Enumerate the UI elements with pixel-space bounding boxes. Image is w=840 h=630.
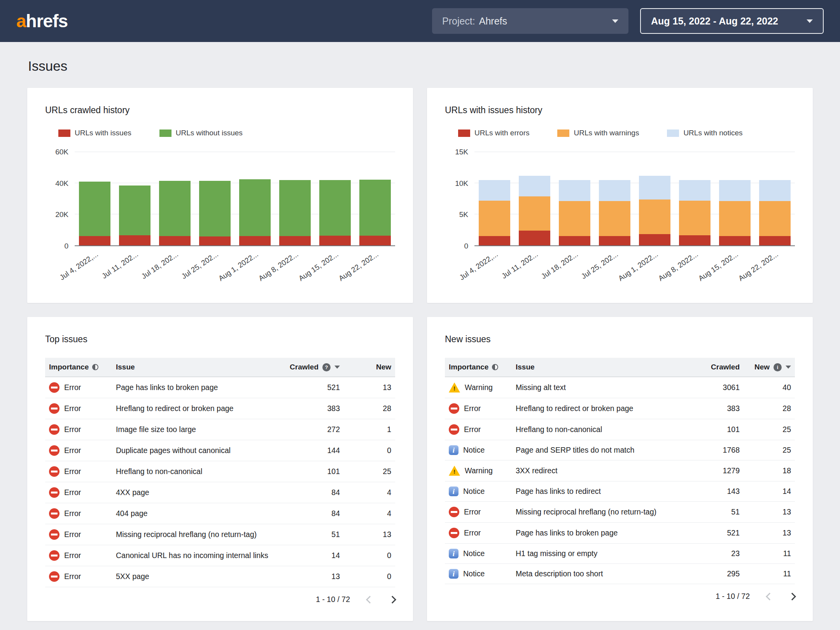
previous-page-icon[interactable]	[366, 596, 374, 604]
new-cell: 25	[344, 461, 395, 482]
importance-wrap: Error	[49, 550, 108, 561]
urls-with-issues-segment	[159, 236, 190, 245]
table-row: ErrorPage has links to broken page52113	[45, 377, 395, 398]
y-axis-tick-label: 0	[464, 242, 468, 250]
column-header-label: Importance	[449, 363, 488, 371]
column-header-new[interactable]: Newi	[744, 358, 795, 377]
importance-label: Error	[464, 528, 481, 537]
issue-cell: Duplicate pages without canonical	[112, 440, 280, 461]
sort-caret-icon[interactable]	[786, 366, 791, 369]
table-header-row: ImportanceIssueCrawledNewi	[445, 358, 795, 377]
x-axis-labels: Jul 4, 2022,...Jul 11, 202...Jul 18, 202…	[75, 246, 395, 286]
legend-swatch	[667, 130, 679, 137]
importance-cell: Error	[45, 482, 112, 503]
issue-cell: Canonical URL has no incoming internal l…	[112, 545, 280, 566]
importance-wrap: Error	[449, 403, 508, 414]
importance-cell: !Warning	[445, 460, 512, 481]
info-icon[interactable]: i	[774, 363, 782, 371]
importance-label: Error	[464, 425, 481, 434]
chart-legend: URLs with errorsURLs with warningsURLs w…	[458, 129, 795, 137]
importance-label: Error	[64, 446, 81, 455]
new-cell: 14	[744, 481, 795, 502]
legend-label: URLs with warnings	[574, 129, 639, 137]
new-cell: 4	[344, 482, 395, 503]
urls-with-errors-segment	[519, 231, 550, 245]
column-header-importance[interactable]: Importance	[45, 358, 112, 377]
notice-icon: i	[449, 486, 458, 496]
importance-cell: Error	[45, 440, 112, 461]
error-icon	[49, 445, 60, 456]
new-cell: 28	[744, 398, 795, 419]
next-page-icon[interactable]	[788, 593, 796, 600]
importance-cell: Error	[45, 524, 112, 545]
column-header-importance[interactable]: Importance	[445, 358, 512, 377]
importance-cell: iNotice	[445, 544, 512, 564]
issue-cell: Page has links to broken page	[112, 377, 280, 398]
x-axis-tick-label: Jul 4, 2022,...	[58, 250, 100, 282]
column-header-inner: Newi	[747, 363, 791, 371]
x-axis-tick-label: Aug 15, 202...	[297, 250, 340, 283]
next-page-icon[interactable]	[388, 596, 396, 604]
urls-with-notices-segment	[479, 180, 510, 201]
date-range-selector[interactable]: Aug 15, 2022 - Aug 22, 2022	[640, 8, 824, 34]
issue-cell: Hreflang to redirect or broken page	[112, 398, 280, 419]
urls-with-warnings-segment	[519, 196, 550, 231]
column-header-issue[interactable]: Issue	[512, 358, 679, 377]
importance-label: Error	[64, 425, 81, 434]
importance-cell: iNotice	[445, 564, 512, 584]
column-header-crawled[interactable]: Crawled	[679, 358, 744, 377]
importance-wrap: Error	[49, 424, 108, 435]
project-selector[interactable]: Project: Ahrefs	[432, 8, 628, 34]
error-icon	[49, 466, 60, 477]
importance-wrap: Error	[49, 487, 108, 498]
table-row: ErrorImage file size too large2721	[45, 419, 395, 440]
crawled-cell: 101	[679, 419, 744, 440]
importance-cell: Error	[45, 545, 112, 566]
urls-with-errors-segment	[719, 236, 750, 245]
warning-icon: !	[449, 382, 460, 393]
importance-help-icon[interactable]	[492, 364, 498, 370]
importance-wrap: Error	[49, 466, 108, 477]
y-axis-tick-label: 15K	[455, 148, 468, 156]
column-header-inner: Importance	[49, 363, 108, 371]
importance-cell: Error	[45, 419, 112, 440]
new-cell: 25	[744, 419, 795, 440]
column-header-crawled[interactable]: Crawled?	[280, 358, 344, 377]
sort-caret-icon[interactable]	[334, 366, 340, 369]
importance-cell: Error	[45, 566, 112, 587]
crawled-cell: 1768	[679, 440, 744, 460]
stacked-bar	[119, 152, 150, 245]
importance-cell: Error	[445, 523, 512, 544]
y-axis: 020K40K60K	[45, 152, 75, 246]
bar-slot	[715, 152, 755, 245]
column-header-new[interactable]: New	[344, 358, 395, 377]
crawled-cell: 383	[280, 398, 344, 419]
warning-icon: !	[449, 466, 460, 476]
previous-page-icon[interactable]	[766, 593, 774, 600]
urls-without-issues-segment	[79, 182, 110, 236]
x-axis-tick-label: Jul 11, 202...	[500, 250, 539, 280]
importance-label: Error	[464, 508, 481, 516]
column-header-issue[interactable]: Issue	[112, 358, 280, 377]
importance-label: Error	[64, 530, 81, 539]
urls-with-errors-segment	[679, 235, 710, 245]
table-row: Error4XX page844	[45, 482, 395, 503]
issue-cell: Hreflang to non-canonical	[112, 461, 280, 482]
urls-with-notices-segment	[559, 180, 590, 201]
bar-slot	[514, 152, 555, 245]
column-header-inner: Crawled	[683, 363, 740, 371]
x-axis-tick-label: Jul 11, 202...	[100, 250, 139, 280]
column-header-label: New	[754, 363, 770, 371]
importance-cell: Error	[45, 377, 112, 398]
importance-cell: Error	[445, 398, 512, 419]
help-icon[interactable]: ?	[322, 363, 331, 371]
notice-icon: i	[449, 445, 458, 455]
column-header-inner: Importance	[449, 363, 508, 371]
crawled-cell: 521	[679, 523, 744, 544]
chart-plot-area: 05K10K15K	[445, 152, 795, 246]
error-icon-bar	[451, 408, 457, 410]
urls-with-notices-segment	[639, 176, 670, 200]
new-cell: 11	[744, 544, 795, 564]
importance-help-icon[interactable]	[92, 364, 98, 370]
notice-icon: i	[449, 549, 458, 558]
